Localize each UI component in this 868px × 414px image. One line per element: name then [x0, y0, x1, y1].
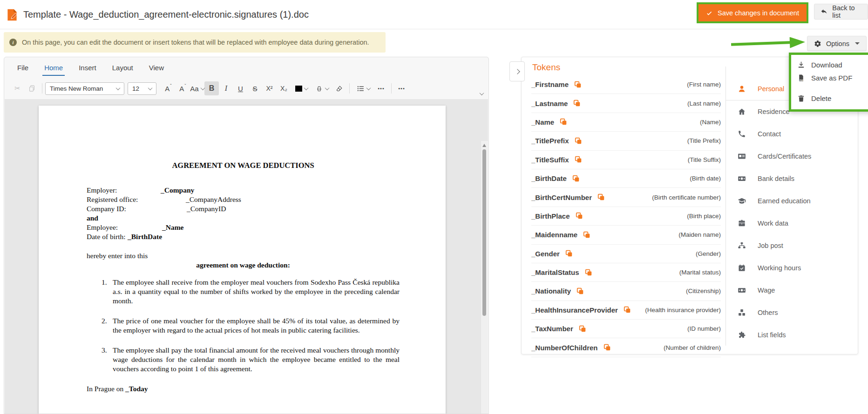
copy-token-button[interactable] — [575, 156, 582, 163]
copy-icon — [585, 269, 592, 276]
menu-item-delete[interactable]: Delete — [797, 92, 868, 105]
category-label: Work data — [758, 220, 788, 227]
document-intro-line: hereby enter into this — [87, 251, 400, 260]
sitemap-icon — [738, 241, 746, 250]
category-work-data[interactable]: Work data — [726, 212, 858, 234]
scrollbar-thumb[interactable] — [482, 149, 486, 316]
copy-token-button[interactable] — [574, 81, 582, 88]
token-name: _Maidenname — [531, 231, 577, 239]
scroll-up-arrow-icon[interactable] — [482, 144, 486, 147]
change-case-icon[interactable]: Aa — [190, 81, 204, 95]
category-bank-details[interactable]: Bank details — [726, 167, 858, 190]
category-job-post[interactable]: Job post — [726, 234, 858, 257]
copy-token-button[interactable] — [575, 137, 582, 145]
info-bar: i On this page, you can edit the documen… — [4, 32, 386, 53]
copy-token-button[interactable] — [583, 231, 590, 239]
copy-token-button[interactable] — [576, 212, 583, 220]
copy-icon — [565, 250, 573, 257]
tab-insert[interactable]: Insert — [71, 57, 104, 78]
toolbar-divider — [349, 83, 350, 93]
font-size-select[interactable]: 12 — [128, 82, 156, 95]
copy-token-button[interactable] — [604, 344, 611, 351]
decrease-font-size-icon[interactable]: Aˇ — [176, 81, 190, 95]
copy-icon — [572, 175, 580, 182]
category-wage[interactable]: Wage — [726, 279, 858, 301]
back-to-list-label: Back to list — [832, 4, 861, 19]
category-others[interactable]: Others — [726, 301, 858, 324]
copy-token-button[interactable] — [573, 100, 581, 107]
editor-vertical-scrollbar[interactable] — [481, 141, 488, 414]
tokens-panel-title: Tokens — [532, 62, 560, 73]
copy-token-button[interactable] — [572, 175, 580, 182]
menu-item-save-as-pdf[interactable]: PDFSave as PDF — [797, 71, 868, 84]
copy-token-button[interactable] — [565, 250, 573, 257]
more-tools-icon[interactable]: ••• — [374, 81, 388, 95]
chevron-right-icon — [515, 69, 520, 74]
field-label: and — [87, 214, 98, 222]
cut-icon[interactable]: ✂ — [10, 81, 25, 95]
token-row: _BirthDate(Birth date) — [531, 169, 721, 188]
copy-token-button[interactable] — [585, 269, 592, 276]
collapse-tokens-panel-button[interactable] — [509, 61, 525, 81]
editor-toolbar: ✂ Times New Roman 12 Aˆ Aˇ Aa B I U S X²… — [4, 78, 488, 99]
copy-token-button[interactable] — [624, 306, 631, 314]
bold-icon[interactable]: B — [204, 81, 219, 95]
category-contact[interactable]: Contact — [726, 123, 858, 145]
person-icon — [738, 85, 746, 93]
category-label: Cards/Certificates — [758, 153, 811, 160]
category-working-hours[interactable]: Working hours — [726, 257, 858, 279]
tab-home[interactable]: Home — [36, 57, 71, 78]
bullet-list-icon[interactable] — [353, 81, 374, 95]
copy-token-button[interactable] — [597, 194, 605, 201]
font-color-icon[interactable] — [291, 81, 312, 95]
token-description: (Title Suffix) — [688, 156, 721, 163]
document-clause: 2.The price of one meal voucher for the … — [102, 316, 400, 335]
graduation-cap-icon — [738, 197, 746, 205]
copy-icon — [579, 325, 586, 333]
category-list-fields[interactable]: List fields — [726, 324, 858, 346]
copy-token-button[interactable] — [576, 287, 584, 295]
increase-font-size-icon[interactable]: Aˆ — [161, 81, 176, 95]
document-page[interactable]: AGREEMENT ON WAGE DEDUCTIONS Employer:_C… — [39, 106, 446, 414]
field-label: Registered office: — [87, 195, 138, 203]
superscript-icon[interactable]: X² — [262, 81, 277, 95]
copy-icon — [624, 306, 631, 314]
id-card-icon — [738, 152, 746, 160]
save-changes-button[interactable]: Save changes in document — [698, 4, 807, 21]
italic-icon[interactable]: I — [219, 81, 233, 95]
token-name: _Lastname — [531, 100, 568, 107]
home-icon — [738, 107, 746, 116]
clear-formatting-icon[interactable] — [332, 81, 346, 95]
field-label: Company ID: — [87, 205, 126, 213]
copy-icon — [604, 344, 611, 351]
subscript-icon[interactable]: X₂ — [277, 81, 291, 95]
options-button[interactable]: Options — [807, 36, 867, 51]
token-name: _TaxNumber — [531, 325, 573, 333]
clause-number: 3. — [102, 346, 113, 374]
copy-icon[interactable] — [25, 81, 39, 95]
highlight-color-icon[interactable] — [312, 81, 332, 95]
category-label: List fields — [758, 331, 786, 339]
tab-view[interactable]: View — [141, 57, 172, 78]
category-cards-certificates[interactable]: Cards/Certificates — [726, 145, 858, 167]
cubes-icon — [738, 308, 746, 317]
clause-number: 2. — [102, 316, 113, 335]
token-row: _TaxNumber(ID number) — [531, 320, 721, 338]
strikethrough-icon[interactable]: S — [248, 81, 262, 95]
copy-token-button[interactable] — [579, 325, 586, 333]
font-name-select[interactable]: Times New Roman — [45, 82, 124, 95]
category-earned-education[interactable]: Earned education — [726, 190, 858, 212]
back-to-list-button[interactable]: Back to list — [814, 4, 868, 20]
copy-token-button[interactable] — [560, 118, 567, 126]
copy-icon — [574, 81, 582, 88]
more-tools-icon[interactable]: ••• — [394, 81, 409, 95]
document-field-row: and — [87, 214, 400, 223]
copy-icon — [560, 118, 567, 126]
tab-layout[interactable]: Layout — [104, 57, 141, 78]
underline-icon[interactable]: U — [233, 81, 248, 95]
category-label: Personal — [758, 85, 784, 93]
token-name: _Nationality — [531, 287, 571, 295]
field-token: _CompanyAddress — [186, 195, 241, 204]
menu-item-download[interactable]: Download — [797, 58, 868, 71]
tab-file[interactable]: File — [9, 57, 36, 78]
